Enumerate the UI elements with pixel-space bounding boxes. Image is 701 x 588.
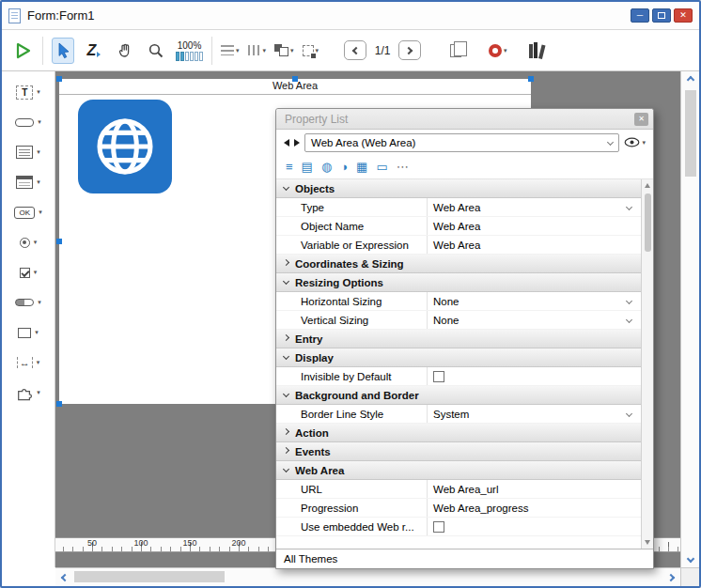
radio-tool[interactable]: ▾ [2, 231, 55, 254]
section-resizing-options[interactable]: Resizing Options [276, 273, 641, 292]
theme-icon-pie[interactable]: ◑ [340, 161, 348, 173]
list-tool[interactable]: ▾ [2, 141, 55, 163]
object-name-field[interactable]: Web Area [427, 217, 641, 235]
scroll-right-button[interactable] [663, 568, 680, 586]
pointer-tool-button[interactable] [52, 38, 74, 64]
theme-icon-monitor[interactable]: ▭ [376, 161, 387, 173]
section-action[interactable]: Action [276, 424, 641, 442]
theme-icon-more[interactable]: ⋯ [397, 161, 409, 173]
next-page-button[interactable] [398, 40, 421, 60]
selection-handle[interactable] [56, 401, 62, 407]
section-display[interactable]: Display [276, 348, 641, 367]
input-tool[interactable]: ▾ [2, 111, 55, 133]
titlebar[interactable]: Form:Form1 ─ ✕ [2, 2, 699, 30]
scroll-up-button[interactable] [642, 179, 653, 192]
scrollbar-thumb[interactable] [74, 571, 225, 582]
rectangle-tool[interactable]: ▾ [2, 321, 55, 344]
previous-object-button[interactable] [284, 139, 289, 147]
embedded-web-checkbox[interactable] [433, 521, 444, 533]
object-selector-dropdown[interactable]: Web Area (Web Area) [304, 133, 619, 152]
form-pages-button[interactable] [429, 38, 461, 64]
maximize-button[interactable] [652, 8, 671, 23]
zoom-tool-button[interactable] [145, 38, 167, 64]
vertical-scrollbar[interactable] [680, 71, 699, 567]
distribute-menu-button[interactable]: ▾ [248, 38, 267, 64]
close-button[interactable]: ✕ [674, 8, 693, 23]
library-button[interactable] [516, 38, 542, 64]
section-entry[interactable]: Entry [276, 330, 641, 348]
scroll-left-button[interactable] [55, 568, 72, 586]
scroll-down-button[interactable] [681, 550, 699, 567]
hand-tool-button[interactable] [114, 38, 136, 64]
vertical-sizing-dropdown[interactable]: None [427, 311, 641, 329]
theme-icon-chart[interactable]: ▦ [356, 161, 367, 173]
url-field[interactable]: Web Area_url [427, 480, 641, 498]
layer-menu-button[interactable]: ▾ [274, 38, 294, 64]
scroll-up-button[interactable] [681, 71, 699, 88]
property-list-close-button[interactable]: ✕ [634, 113, 648, 126]
progression-field[interactable]: Web Area_progress [427, 499, 641, 517]
border-line-style-dropdown[interactable]: System [427, 405, 641, 423]
zoom-control[interactable]: 100% [176, 40, 203, 61]
scroll-down-button[interactable] [642, 536, 653, 549]
property-list-titlebar[interactable]: Property List ✕ [276, 109, 653, 130]
grid-menu-button[interactable]: ▾ [303, 38, 319, 64]
text-tool[interactable]: T▾ [2, 81, 55, 103]
theme-icon-list[interactable]: ≡ [286, 161, 293, 173]
selection-handle[interactable] [56, 239, 62, 244]
view-options-button[interactable]: ▾ [624, 137, 646, 147]
splitter-tool[interactable]: ↔▾ [2, 351, 55, 374]
chevron-left-icon [352, 46, 360, 54]
previous-page-button[interactable] [344, 40, 366, 60]
caret-down-icon: ▾ [290, 47, 294, 54]
web-area-globe-icon[interactable] [78, 100, 172, 193]
chevron-down-icon [626, 204, 632, 210]
plugin-tool[interactable]: ▾ [2, 381, 55, 404]
section-events[interactable]: Events [276, 442, 641, 461]
ruler-mark: 100 [131, 538, 151, 548]
events-ring-icon [489, 44, 502, 57]
listbox-tool[interactable]: ▾ [2, 171, 55, 193]
themes-footer-label: All Themes [284, 553, 337, 565]
align-menu-button[interactable]: ▾ [221, 38, 240, 64]
section-objects[interactable]: Objects [276, 179, 641, 198]
progress-tool-icon [15, 299, 34, 306]
main-area: T▾ ▾ ▾ ▾ OK▾ ▾ ▾ ▾ ▾ ↔▾ ▾ Web Area [2, 71, 699, 567]
checkbox-tool[interactable]: ▾ [2, 261, 55, 284]
next-object-button[interactable] [294, 139, 300, 147]
triangle-down-icon [645, 540, 650, 545]
scrollbar-thumb[interactable] [685, 90, 696, 177]
horizontal-sizing-dropdown[interactable]: None [427, 292, 641, 310]
theme-icon-page[interactable]: ▤ [302, 161, 313, 173]
entry-order-tool-button[interactable]: Z [83, 38, 105, 64]
run-form-button[interactable] [11, 38, 34, 64]
horizontal-scrollbar[interactable] [55, 567, 680, 586]
section-background-border[interactable]: Background and Border [276, 386, 641, 405]
section-coordinates-sizing[interactable]: Coordinates & Sizing [276, 255, 641, 273]
progress-tool[interactable]: ▾ [2, 291, 55, 314]
property-list-scrollbar[interactable] [641, 179, 653, 549]
type-dropdown[interactable]: Web Area [427, 198, 641, 216]
section-label: Web Area [295, 465, 344, 476]
section-web-area[interactable]: Web Area [276, 461, 641, 480]
property-value: Web Area_progress [433, 503, 528, 514]
theme-icon-sphere[interactable]: ◍ [321, 161, 332, 173]
eye-icon [624, 137, 640, 147]
selection-handle[interactable] [528, 76, 534, 82]
scrollbar-thumb[interactable] [645, 193, 651, 252]
section-label: Coordinates & Sizing [295, 258, 404, 270]
selection-handle[interactable] [56, 76, 62, 82]
invisible-default-checkbox[interactable] [433, 371, 444, 382]
events-menu-button[interactable]: ▾ [489, 38, 507, 64]
splitter-tool-icon: ↔ [17, 357, 33, 368]
minimize-button[interactable]: ─ [631, 8, 649, 23]
variable-field[interactable]: Web Area [427, 236, 641, 254]
scrollbar-track[interactable] [72, 568, 663, 586]
maximize-icon [658, 12, 665, 19]
chevron-left-icon [61, 573, 69, 580]
zoom-steps[interactable] [176, 52, 203, 61]
selection-handle[interactable] [292, 76, 298, 82]
button-tool[interactable]: OK▾ [2, 201, 55, 224]
caret-down-icon: ▾ [263, 47, 267, 54]
caret-down-icon: ▾ [35, 329, 39, 336]
